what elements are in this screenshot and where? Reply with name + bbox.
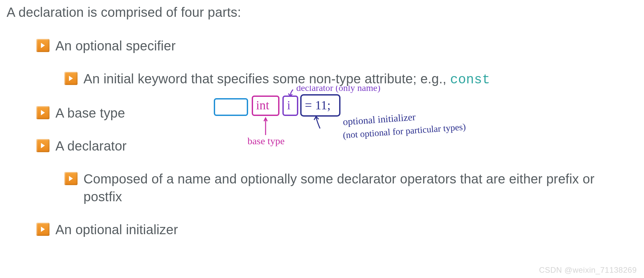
play-icon [64, 72, 78, 85]
item-base-type-text: A base type [55, 104, 590, 122]
item-initializer: An optional initializer [36, 221, 633, 238]
play-icon [36, 39, 49, 52]
item-declarator: A declarator [36, 137, 633, 155]
watermark: CSDN @weixin_71138269 [539, 265, 637, 275]
item-specifier-sub: An initial keyword that specifies some n… [64, 70, 633, 89]
play-icon [36, 223, 49, 236]
item-declarator-sub-text: Composed of a name and optionally some d… [83, 170, 618, 206]
item-specifier: An optional specifier [36, 37, 633, 55]
slide-body: A declaration is comprised of four parts… [7, 3, 633, 238]
play-icon [64, 172, 78, 185]
play-icon [36, 106, 49, 119]
intro-text: A declaration is comprised of four parts… [7, 3, 633, 21]
const-code: const [450, 72, 490, 87]
item-declarator-sub: Composed of a name and optionally some d… [64, 170, 633, 206]
item-initializer-text: An optional initializer [55, 221, 590, 238]
item-base-type: A base type [36, 104, 633, 122]
play-icon [36, 139, 49, 152]
item-specifier-sub-text: An initial keyword that specifies some n… [83, 70, 618, 89]
item-specifier-text: An optional specifier [55, 37, 590, 55]
specifier-sub-plain: An initial keyword that specifies some n… [83, 71, 450, 86]
item-declarator-text: A declarator [55, 137, 590, 155]
